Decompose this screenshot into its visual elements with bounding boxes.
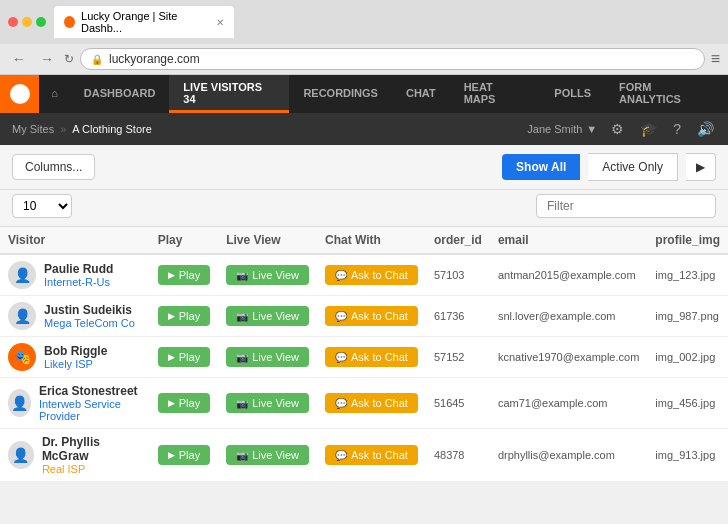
play-cell-2: Play: [150, 337, 218, 378]
liveview-button-1[interactable]: Live View: [226, 306, 309, 326]
liveview-button-0[interactable]: Live View: [226, 265, 309, 285]
per-page-select[interactable]: 10 25 50: [12, 194, 72, 218]
browser-chrome: Lucky Orange | Site Dashb... ✕ ← → ↻ 🔒 l…: [0, 0, 728, 75]
audio-icon[interactable]: 🔊: [695, 119, 716, 139]
asktochat-button-2[interactable]: Ask to Chat: [325, 347, 418, 367]
asktochat-button-0[interactable]: Ask to Chat: [325, 265, 418, 285]
visitors-table-container: Visitor Play Live View Chat With order_i…: [0, 227, 728, 482]
visitor-name-0: Paulie Rudd: [44, 262, 113, 276]
address-bar[interactable]: 🔒 luckyorange.com: [80, 48, 705, 70]
table-row: 👤 Erica Stonestreet Interweb Service Pro…: [0, 378, 728, 429]
lock-icon: 🔒: [91, 54, 103, 65]
nav-item-heat-maps[interactable]: HEAT MAPS: [450, 75, 541, 113]
minimize-dot[interactable]: [22, 17, 32, 27]
email-cell-4: drphyllis@example.com: [490, 429, 647, 482]
play-button-2[interactable]: Play: [158, 347, 210, 367]
graduation-icon[interactable]: 🎓: [638, 119, 659, 139]
email-cell-1: snl.lover@example.com: [490, 296, 647, 337]
play-button-4[interactable]: Play: [158, 445, 210, 465]
nav-item-dashboard[interactable]: DASHBOARD: [70, 75, 170, 113]
browser-menu-button[interactable]: ≡: [711, 50, 720, 68]
liveview-button-3[interactable]: Live View: [226, 393, 309, 413]
play-button-1[interactable]: Play: [158, 306, 210, 326]
filter-input[interactable]: [536, 194, 716, 218]
liveview-cell-0: Live View: [218, 254, 317, 296]
col-chatwith: Chat With: [317, 227, 426, 254]
tab-close-icon[interactable]: ✕: [216, 17, 224, 28]
logo-circle: [10, 84, 30, 104]
play-cell-3: Play: [150, 378, 218, 429]
window-controls: [8, 17, 46, 27]
show-all-button[interactable]: Show All: [502, 154, 580, 180]
visitor-name-3: Erica Stonestreet: [39, 384, 142, 398]
asktochat-button-1[interactable]: Ask to Chat: [325, 306, 418, 326]
visitor-cell-1: 👤 Justin Sudeikis Mega TeleCom Co: [0, 296, 150, 337]
settings-icon[interactable]: ⚙: [609, 119, 626, 139]
liveview-button-4[interactable]: Live View: [226, 445, 309, 465]
user-menu[interactable]: Jane Smith ▼: [527, 123, 597, 135]
chat-cell-3: Ask to Chat: [317, 378, 426, 429]
visitor-name-1: Justin Sudeikis: [44, 303, 135, 317]
table-row: 👤 Paulie Rudd Internet-R-Us Play Live Vi…: [0, 254, 728, 296]
asktochat-button-4[interactable]: Ask to Chat: [325, 445, 418, 465]
orderid-cell-0: 57103: [426, 254, 490, 296]
visitor-company-4[interactable]: Real ISP: [42, 463, 142, 475]
play-cell-1: Play: [150, 296, 218, 337]
liveview-button-2[interactable]: Live View: [226, 347, 309, 367]
visitor-company-1[interactable]: Mega TeleCom Co: [44, 317, 135, 329]
chat-cell-0: Ask to Chat: [317, 254, 426, 296]
play-button-3[interactable]: Play: [158, 393, 210, 413]
back-button[interactable]: ←: [8, 49, 30, 69]
visitor-info-0: Paulie Rudd Internet-R-Us: [44, 262, 113, 288]
toolbar: Columns... Show All Active Only ▶: [0, 145, 728, 190]
table-header: Visitor Play Live View Chat With order_i…: [0, 227, 728, 254]
liveview-cell-1: Live View: [218, 296, 317, 337]
orderid-cell-3: 51645: [426, 378, 490, 429]
profileimg-cell-0: img_123.jpg: [647, 254, 728, 296]
visitor-company-0[interactable]: Internet-R-Us: [44, 276, 113, 288]
nav-item-live-visitors[interactable]: LIVE VISITORS 34: [169, 75, 289, 113]
play-all-button[interactable]: ▶: [686, 153, 716, 181]
visitor-company-3[interactable]: Interweb Service Provider: [39, 398, 142, 422]
columns-button[interactable]: Columns...: [12, 154, 95, 180]
col-visitor: Visitor: [0, 227, 150, 254]
visitor-avatar: 👤: [8, 261, 36, 289]
visitor-cell-2: 🎭 Bob Riggle Likely ISP: [0, 337, 150, 378]
browser-tab[interactable]: Lucky Orange | Site Dashb... ✕: [54, 6, 234, 38]
visitor-avatar: 👤: [8, 441, 34, 469]
visitor-avatar: 🎭: [8, 343, 36, 371]
user-name: Jane Smith: [527, 123, 582, 135]
play-button-0[interactable]: Play: [158, 265, 210, 285]
visitor-info-4: Dr. Phyllis McGraw Real ISP: [42, 435, 142, 475]
visitor-company-2[interactable]: Likely ISP: [44, 358, 107, 370]
chat-cell-4: Ask to Chat: [317, 429, 426, 482]
nav-item-recordings[interactable]: RECORDINGS: [289, 75, 392, 113]
nav-item-form-analytics[interactable]: FORM ANALYTICS: [605, 75, 728, 113]
visitor-name-2: Bob Riggle: [44, 344, 107, 358]
refresh-button[interactable]: ↻: [64, 52, 74, 66]
app-logo: [0, 75, 39, 113]
table-row: 👤 Justin Sudeikis Mega TeleCom Co Play L…: [0, 296, 728, 337]
liveview-cell-4: Live View: [218, 429, 317, 482]
table-row: 👤 Dr. Phyllis McGraw Real ISP Play Live …: [0, 429, 728, 482]
asktochat-button-3[interactable]: Ask to Chat: [325, 393, 418, 413]
liveview-cell-3: Live View: [218, 378, 317, 429]
nav-item-chat[interactable]: CHAT: [392, 75, 450, 113]
nav-item-polls[interactable]: POLLS: [540, 75, 605, 113]
maximize-dot[interactable]: [36, 17, 46, 27]
breadcrumb-current: A Clothing Store: [72, 123, 152, 135]
close-dot[interactable]: [8, 17, 18, 27]
chat-cell-2: Ask to Chat: [317, 337, 426, 378]
profileimg-cell-2: img_002.jpg: [647, 337, 728, 378]
play-cell-4: Play: [150, 429, 218, 482]
active-only-button[interactable]: Active Only: [588, 153, 678, 181]
help-icon[interactable]: ?: [671, 119, 683, 139]
email-cell-0: antman2015@example.com: [490, 254, 647, 296]
forward-button[interactable]: →: [36, 49, 58, 69]
url-text: luckyorange.com: [109, 52, 200, 66]
visitor-cell-4: 👤 Dr. Phyllis McGraw Real ISP: [0, 429, 150, 482]
user-caret-icon: ▼: [586, 123, 597, 135]
breadcrumb-root[interactable]: My Sites: [12, 123, 54, 135]
breadcrumb: My Sites » A Clothing Store: [12, 123, 527, 135]
nav-item-home[interactable]: ⌂: [39, 75, 70, 113]
